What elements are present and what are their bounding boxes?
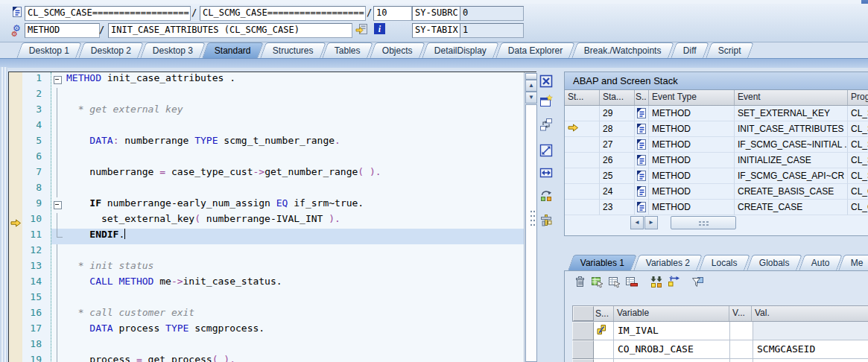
insert-variables-icon[interactable] [650,276,663,289]
code-line[interactable]: CALL METHOD me->init_case_status. [51,276,524,291]
stack-row[interactable]: 25METHODIF_SCMG_CASE_API~CR ...CL_SCMG [565,168,868,184]
sy-subrc-label-field[interactable]: SY-SUBRC [412,6,461,21]
stack-row[interactable]: 24METHODCREATE_BASIS_CASECL_CRM_ [565,184,868,200]
filter-icon[interactable] [691,276,705,289]
code-line[interactable]: * get external key [51,104,524,119]
code-editor[interactable]: 12345678910111213141516171819 METHOD ini… [8,72,536,362]
edit-table-icon[interactable] [591,276,604,289]
code-line[interactable] [51,88,524,104]
tab-standard[interactable]: Standard [202,42,263,58]
variable-row[interactable]: IM_IVAL [572,322,868,340]
vars-tab-variables-1[interactable]: Variables 1 [568,255,637,270]
variable-type-cell[interactable] [730,340,753,359]
split-handle[interactable] [525,73,537,80]
variable-value-cell[interactable]: SCMGCASEID [753,340,868,359]
stack-row[interactable]: 27METHODIF_SCMG_CASE~INITIAL ...CL_SCMG [565,137,868,153]
info-icon[interactable]: i [374,23,387,36]
tab-desktop-2[interactable]: Desktop 2 [78,42,144,58]
tab-script[interactable]: Script [706,42,753,58]
fold-guide [51,244,66,260]
tab-data-explorer[interactable]: Data Explorer [495,42,575,58]
display-table-icon[interactable] [608,276,621,289]
code-line[interactable] [51,182,524,197]
variable-row[interactable] [572,359,868,362]
stack-level: 29 [600,106,635,121]
vars-tab-me[interactable]: Me [839,255,868,270]
fold-minus-icon[interactable] [54,201,62,209]
scroll-right-icon[interactable]: ► [644,216,658,229]
code-line[interactable]: * call customer exit [51,307,524,323]
row-selector-cell[interactable] [572,322,594,340]
tab-diff[interactable]: Diff [671,42,709,58]
stack-row[interactable]: 29METHODSET_EXTERNAL_KEYCL_SCMG [565,106,868,121]
swap-sessions-icon[interactable] [539,118,554,133]
vars-tab-auto[interactable]: Auto [799,255,842,270]
swap-variables-icon[interactable] [667,276,680,289]
variable-name-cell[interactable] [614,359,730,362]
stack-row[interactable]: 26METHODINITIALIZE_CASECL_SCMG [565,153,868,168]
variable-value-cell[interactable] [753,359,868,362]
fold-toggle-icon[interactable] [51,197,66,213]
tab-tables[interactable]: Tables [323,42,373,58]
vars-tab-variables-2[interactable]: Variables 2 [633,255,703,270]
code-line[interactable]: DATA: numberrange TYPE scmg_t_number_ran… [51,135,524,150]
code-line[interactable] [51,244,524,260]
code-line[interactable] [51,338,524,354]
new-session-icon[interactable] [539,95,554,109]
scroll-thumb[interactable] [525,104,537,362]
variable-type-cell[interactable] [730,322,753,340]
code-line[interactable]: set_external_key( numberrange-IVAL_INT )… [51,213,524,229]
stack-row[interactable]: 23METHODCREATE_CASECL_CRM_ [565,200,868,215]
close-split-icon[interactable] [539,74,554,89]
sy-tabix-label-field[interactable]: SY-TABIX [412,23,461,38]
fit-width-icon[interactable] [539,166,554,181]
flag-cell [594,340,614,359]
maximize-icon[interactable] [539,144,554,159]
fold-toggle-icon[interactable] [51,72,66,88]
row-selector-cell[interactable] [572,340,594,359]
stack-row[interactable]: 28METHODINIT_CASE_ATTRIBUTESCL_SCMG [565,121,868,137]
goto-statement-icon[interactable] [355,23,369,36]
row-selector-cell[interactable] [572,359,594,362]
tab-objects[interactable]: Objects [370,42,425,58]
code-line[interactable]: * init status [51,260,524,276]
remove-row-icon[interactable] [625,276,639,289]
code-line[interactable] [51,150,524,166]
splitter-grip[interactable] [530,209,535,227]
reload-layout-icon[interactable] [539,188,554,203]
main-program-field[interactable]: CL_SCMG_CASE==================... [25,6,191,21]
tab-detaildisplay[interactable]: DetailDisplay [422,42,499,58]
variable-type-cell[interactable] [730,359,753,362]
tools-icon[interactable] [539,214,554,229]
code-line[interactable] [51,291,524,307]
line-number-field[interactable]: 10 [373,6,412,21]
event-field[interactable]: INIT_CASE_ATTRIBUTES (CL_SCMG_CASE) [108,23,352,38]
variable-row[interactable]: CO_NROBJ_CASESCMGCASEID [572,340,868,359]
breakpoint-margin[interactable] [9,72,23,362]
code-area[interactable]: METHOD init_case_attributes . * get exte… [51,72,524,362]
code-line[interactable]: numberrange = case_type_cust->get_number… [51,166,524,182]
fold-minus-icon[interactable] [54,76,62,84]
tab-desktop-1[interactable]: Desktop 1 [16,42,82,58]
scroll-up-icon[interactable]: ▲ [525,80,537,92]
code-line[interactable]: IF numberrange-early_num_assign EQ if_sr… [51,197,524,213]
event-type-field[interactable]: METHOD [25,23,100,38]
delete-icon[interactable] [574,276,587,289]
vars-tab-locals[interactable]: Locals [699,255,750,270]
vars-tab-globals[interactable]: Globals [747,255,802,270]
scroll-down-icon[interactable]: ▼ [525,92,537,104]
variable-name-cell[interactable]: CO_NROBJ_CASE [614,340,730,359]
tab-desktop-3[interactable]: Desktop 3 [140,42,206,58]
code-line[interactable]: process = get_process( ). [51,354,524,362]
variable-value-cell[interactable] [753,322,868,340]
code-line[interactable]: ENDIF. [51,229,524,244]
include-field[interactable]: CL_SCMG_CASE==================... [200,6,366,21]
code-line[interactable]: METHOD init_case_attributes . [51,72,524,88]
tab-break-watchpoints[interactable]: Break./Watchpoints [571,42,674,58]
scroll-left-icon[interactable]: ◄ [630,216,644,229]
variable-name-cell[interactable]: IM_IVAL [614,322,730,340]
scroll-thumb[interactable] [671,216,736,229]
code-line[interactable] [51,119,524,135]
tab-structures[interactable]: Structures [260,42,326,58]
code-line[interactable]: DATA process TYPE scmgprocess. [51,323,524,338]
